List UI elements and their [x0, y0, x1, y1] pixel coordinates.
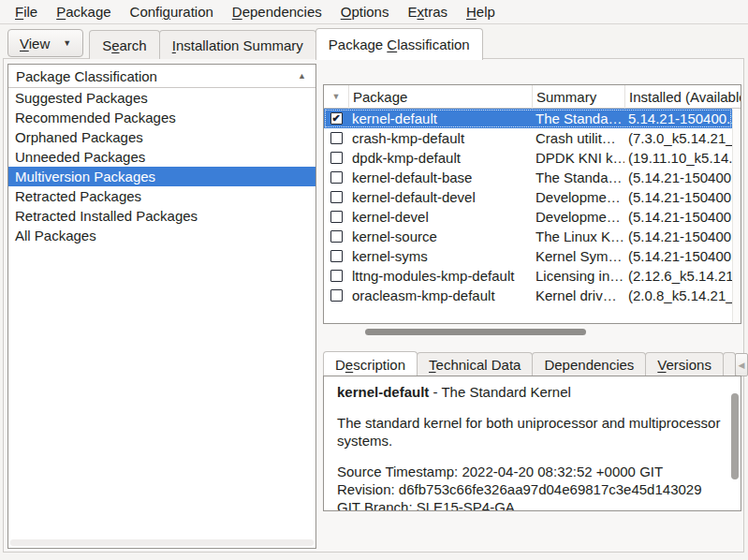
- horizontal-scrollbar-thumb[interactable]: [365, 329, 586, 335]
- classification-item-orphaned[interactable]: Orphaned Packages: [8, 127, 315, 147]
- label-part: ersions: [667, 357, 711, 373]
- menu-help[interactable]: Help: [457, 2, 505, 22]
- tab-scroll-left-button[interactable]: ◀: [735, 353, 748, 376]
- table-row[interactable]: kernel-default-base The Standa… (5.14.21…: [324, 168, 732, 187]
- label-accel: e: [345, 357, 353, 373]
- installed-cell: (5.14.21-150400.19: [624, 227, 732, 246]
- installed-cell: (5.14.21-150400.19: [624, 187, 732, 207]
- description-title: kernel-default - The Standard Kernel: [337, 383, 722, 401]
- detail-tabs: Description Technical Data Dependencies …: [323, 351, 741, 376]
- table-row[interactable]: kernel-source The Linux K… (5.14.21-1504…: [324, 227, 732, 246]
- tab-search[interactable]: Search: [89, 30, 160, 59]
- tab-description[interactable]: Description: [323, 351, 418, 377]
- menu-extras[interactable]: Extras: [398, 2, 457, 22]
- summary-cell: Kernel driv…: [532, 286, 624, 305]
- table-row[interactable]: dpdk-kmp-default DPDK KNI k… (19.11.10_k…: [324, 148, 732, 168]
- classification-item-retracted[interactable]: Retracted Packages: [8, 186, 315, 206]
- tab-file-list[interactable]: File: [723, 352, 736, 376]
- vertical-scrollbar-track[interactable]: [732, 110, 741, 322]
- classification-item-all[interactable]: All Packages: [8, 226, 315, 245]
- horizontal-scrollbar-track[interactable]: [10, 539, 314, 546]
- installed-cell: (2.0.8_k5.14.21_15: [624, 286, 732, 305]
- package-column-header[interactable]: Package: [348, 85, 532, 109]
- label-part: D: [335, 357, 345, 373]
- label-part: Dependencies: [544, 357, 634, 373]
- package-name-cell: kernel-syms: [348, 246, 532, 266]
- table-row[interactable]: oracleasm-kmp-default Kernel driv… (2.0.…: [324, 286, 732, 305]
- classification-header-label: Package Classification: [16, 68, 157, 84]
- package-checkbox[interactable]: [330, 112, 343, 125]
- package-checkbox[interactable]: [330, 152, 343, 164]
- installed-cell: 5.14.21-150400.19: [624, 109, 732, 128]
- table-row[interactable]: kernel-default The Standa… 5.14.21-15040…: [324, 109, 732, 128]
- package-checkbox[interactable]: [330, 230, 343, 243]
- package-checkbox[interactable]: [330, 250, 343, 262]
- table-row[interactable]: kernel-default-devel Developme… (5.14.21…: [324, 187, 732, 207]
- tab-label: Technical Data: [429, 357, 521, 373]
- table-header: ▼ Package Summary Installed (Available: [324, 85, 741, 109]
- package-table: ▼ Package Summary Installed (Available k…: [323, 84, 741, 324]
- label-part: echnical Data: [436, 357, 521, 373]
- summary-cell: Crash utilit…: [532, 128, 624, 148]
- menu-package[interactable]: Package: [47, 2, 120, 22]
- menu-file[interactable]: File: [6, 2, 47, 22]
- package-checkbox[interactable]: [330, 211, 343, 223]
- menu-label-accel: P: [56, 4, 66, 20]
- installed-cell: (19.11.10_k5.14.21_: [624, 148, 732, 168]
- package-checkbox[interactable]: [330, 191, 343, 203]
- package-checkbox[interactable]: [330, 171, 343, 184]
- tab-package-classification[interactable]: Package Classification: [315, 28, 483, 60]
- package-checkbox[interactable]: [330, 132, 343, 144]
- tab-technical-data[interactable]: Technical Data: [417, 352, 533, 376]
- package-name: kernel-default: [337, 384, 429, 400]
- classification-item-unneeded[interactable]: Unneeded Packages: [8, 147, 315, 167]
- classification-column-header[interactable]: Package Classification ▲: [8, 65, 315, 88]
- package-name-cell: lttng-modules-kmp-default: [348, 266, 532, 286]
- description-scrollbar-thumb[interactable]: [731, 393, 739, 479]
- menu-label-part: tras: [424, 4, 447, 20]
- table-row[interactable]: lttng-modules-kmp-default Licensing in… …: [324, 266, 732, 286]
- classification-item-retracted-installed[interactable]: Retracted Installed Packages: [8, 206, 315, 226]
- tab-versions[interactable]: Versions: [645, 352, 724, 376]
- table-horizontal-scrollbar[interactable]: [323, 329, 741, 336]
- description-panel: kernel-default - The Standard Kernel The…: [323, 376, 741, 511]
- table-row[interactable]: kernel-devel Developme… (5.14.21-150400.…: [324, 207, 732, 227]
- classification-item-multiversion[interactable]: Multiversion Packages: [8, 167, 315, 186]
- label-accel: V: [657, 357, 666, 373]
- menu-dependencies[interactable]: Dependencies: [223, 2, 331, 22]
- toolbar: View ▼ Search Installation Summary Packa…: [7, 27, 748, 59]
- summary-cell: The Standa…: [532, 109, 624, 128]
- checkbox-cell: [324, 270, 348, 282]
- package-name-cell: dpdk-kmp-default: [348, 148, 532, 168]
- label-part: Package: [329, 37, 388, 52]
- package-checkbox[interactable]: [330, 270, 343, 282]
- installed-column-header[interactable]: Installed (Available: [624, 85, 741, 109]
- view-button[interactable]: View ▼: [7, 29, 83, 57]
- summary-cell: The Linux K…: [532, 227, 624, 246]
- scroll-left-icon: ◀: [738, 361, 744, 370]
- description-scrollbar-track[interactable]: [730, 377, 740, 509]
- installed-cell: (7.3.0_k5.14.21_15: [624, 128, 732, 148]
- menu-label-part: Confi: [130, 4, 163, 20]
- checkbox-cell: [324, 230, 348, 243]
- menu-options[interactable]: Options: [331, 2, 399, 22]
- package-checkbox[interactable]: [330, 289, 343, 302]
- classification-item-suggested[interactable]: Suggested Packages: [8, 88, 315, 108]
- status-column-header[interactable]: ▼: [324, 85, 348, 109]
- description-content: kernel-default - The Standard Kernel The…: [324, 376, 741, 511]
- menu-label-part: elp: [477, 4, 495, 20]
- table-body: kernel-default The Standa… 5.14.21-15040…: [324, 109, 732, 305]
- table-row[interactable]: kernel-syms Kernel Sym… (5.14.21-150400.…: [324, 246, 732, 266]
- menu-configuration[interactable]: Configuration: [121, 2, 223, 22]
- table-row[interactable]: crash-kmp-default Crash utilit… (7.3.0_k…: [324, 128, 732, 148]
- summary-column-header[interactable]: Summary: [532, 85, 624, 109]
- checkbox-cell: [324, 211, 348, 223]
- tab-dependencies[interactable]: Dependencies: [532, 352, 646, 376]
- installed-cell: (5.14.21-150400.19: [624, 168, 732, 187]
- package-name-cell: crash-kmp-default: [348, 128, 532, 148]
- package-name-cell: kernel-devel: [348, 207, 532, 227]
- label-part: iew: [29, 36, 51, 52]
- tab-installation-summary[interactable]: Installation Summary: [159, 30, 316, 59]
- checkbox-cell: [324, 289, 348, 302]
- classification-item-recommended[interactable]: Recommended Packages: [8, 108, 315, 127]
